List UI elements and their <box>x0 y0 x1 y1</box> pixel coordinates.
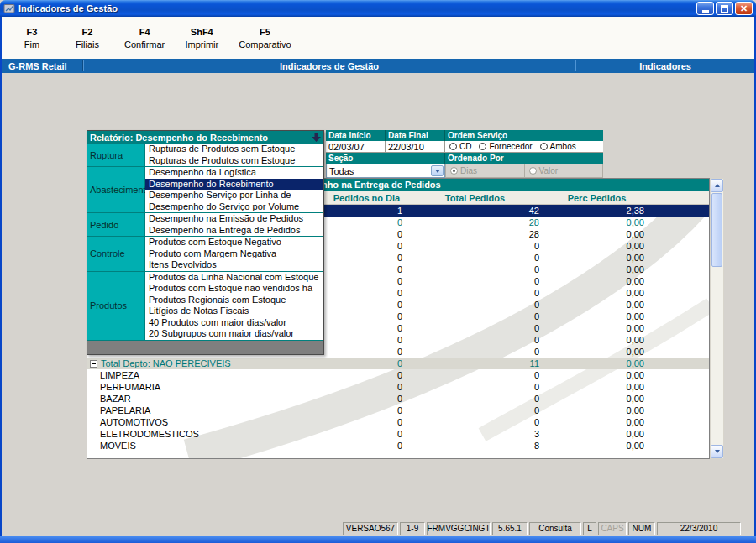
toolbar-button-f5[interactable]: F5Comparativo <box>235 24 294 52</box>
maximize-button[interactable] <box>716 2 733 15</box>
radio-valor[interactable]: Valor <box>524 164 603 177</box>
report-menu-group: ProdutosProdutos da Linha Nacional com E… <box>87 272 323 341</box>
scroll-down-button[interactable] <box>711 445 723 458</box>
row-total-pedidos: 0 <box>407 240 543 252</box>
row-name-text: MOVEIS <box>100 440 136 452</box>
data-inicio-field[interactable]: 02/03/07 <box>326 141 386 153</box>
row-pedidos-no-dia: 0 <box>327 369 407 381</box>
collapse-icon[interactable] <box>90 360 97 368</box>
column-pedidos-no-dia[interactable]: Pedidos no Dia <box>327 193 407 203</box>
report-menu-item[interactable]: Produtos Regionais com Estoque <box>145 295 323 306</box>
row-name-text: ELETRODOMESTICOS <box>100 428 199 440</box>
row-total-pedidos: 0 <box>407 252 543 264</box>
report-menu-item[interactable]: 20 Subgrupos com maior dias/valor <box>145 328 323 340</box>
app-window: Indicadores de Gestão ✕ F3FimF2FiliaisF4… <box>0 0 756 543</box>
report-menu-item[interactable]: Itens Devolvidos <box>145 259 323 271</box>
report-menu-item[interactable]: Produto com Margem Negativa <box>145 248 323 260</box>
minimize-icon <box>702 10 709 13</box>
report-menu-item[interactable]: 40 Produtos com maior dias/valor <box>145 317 323 329</box>
status-cell-num: NUM <box>628 522 655 535</box>
table-row[interactable]: BAZAR000,00 <box>87 393 709 405</box>
report-category-produtos[interactable]: Produtos <box>87 272 145 340</box>
row-pedidos-no-dia: 0 <box>327 264 407 275</box>
toolbar-button-f4[interactable]: F4Confirmar <box>121 24 168 52</box>
table-row[interactable]: PERFUMARIA000,00 <box>87 381 709 393</box>
row-pedidos-no-dia: 0 <box>327 405 407 416</box>
row-pedidos-no-dia: 1 <box>327 205 407 217</box>
scrollbar-thumb[interactable] <box>711 193 722 267</box>
taskbar-strip <box>0 536 756 543</box>
row-total-pedidos: 0 <box>407 299 543 311</box>
report-category-ruptura[interactable]: Ruptura <box>87 144 145 166</box>
window-controls: ✕ <box>696 2 753 15</box>
report-menu-item[interactable]: Desempenho do Recebimento <box>145 179 323 191</box>
radio-dias[interactable]: Dias <box>446 164 524 177</box>
table-row[interactable]: AUTOMOTIVOS000,00 <box>87 416 709 428</box>
table-row[interactable]: LIMPEZA000,00 <box>87 369 709 381</box>
vertical-scrollbar[interactable] <box>710 178 724 459</box>
arrow-down-icon <box>312 133 321 142</box>
toolbar-button-f2[interactable]: F2Filiais <box>66 24 109 52</box>
minimize-button[interactable] <box>696 2 714 15</box>
row-name-text: PAPELARIA <box>100 405 150 416</box>
report-menu-item[interactable]: Litígios de Notas Fiscais <box>145 305 323 317</box>
report-menu-item[interactable]: Produtos da Linha Nacional com Estoque <box>145 272 323 284</box>
toolbar-key: F4 <box>139 27 150 37</box>
column-total-pedidos[interactable]: Total Pedidos <box>407 193 543 203</box>
row-total-pedidos: 11 <box>407 358 543 369</box>
report-menu-item[interactable]: Produtos com Estoque Negativo <box>145 237 323 248</box>
report-selector-header[interactable]: Relatório: Desempenho do Recebimento <box>87 131 323 144</box>
table-row[interactable]: Total Depto: NAO PERECIVEIS0110,00 <box>87 358 709 369</box>
toolbar-button-shf4[interactable]: ShF4Imprimir <box>180 24 223 52</box>
report-menu-item[interactable]: Desempenho do Serviço por Volume <box>145 201 323 213</box>
banner-title: Indicadores de Gestão <box>84 61 575 71</box>
maximize-icon <box>721 5 728 13</box>
scroll-down-icon <box>715 450 720 453</box>
row-perc-pedidos: 0,00 <box>543 299 650 311</box>
close-icon: ✕ <box>740 4 748 13</box>
report-menu-item[interactable]: Rupturas de Produtos sem Estoque <box>145 144 323 155</box>
report-menu-item[interactable]: Rupturas de Produtos com Estoque <box>145 155 323 167</box>
row-perc-pedidos: 0,00 <box>543 346 650 358</box>
row-name-text: Total Depto: NAO PERECIVEIS <box>101 358 231 369</box>
row-total-pedidos: 0 <box>407 346 543 358</box>
row-total-pedidos: 0 <box>407 334 543 346</box>
status-cell-l: L <box>583 522 596 535</box>
report-menu-item[interactable]: Desempenho na Emissão de Pedidos <box>145 213 323 225</box>
row-perc-pedidos: 0,00 <box>543 240 650 252</box>
radio-cd[interactable]: CD <box>449 142 471 151</box>
report-menu-item[interactable]: Desempenho da Logística <box>145 167 323 179</box>
report-category-abastecimento[interactable]: Abastecimento <box>87 167 145 212</box>
row-pedidos-no-dia: 0 <box>327 228 407 240</box>
radio-dias-circle <box>450 167 458 175</box>
scroll-up-button[interactable] <box>711 179 723 192</box>
row-pedidos-no-dia: 0 <box>327 252 407 264</box>
close-button[interactable]: ✕ <box>735 2 753 15</box>
column-perc-pedidos[interactable]: Perc Pedidos <box>543 193 650 203</box>
radio-fornecedor[interactable]: Fornecedor <box>479 142 532 151</box>
window-title: Indicadores de Gestão <box>18 3 696 13</box>
table-row[interactable]: MOVEIS080,00 <box>87 440 709 452</box>
secao-dropdown-button[interactable] <box>431 165 444 176</box>
toolbar-key: F5 <box>260 27 270 37</box>
scroll-up-icon <box>715 184 720 187</box>
data-final-field[interactable]: 22/03/10 <box>386 141 445 153</box>
report-menu-item[interactable]: Desempenho na Entrega de Pedidos <box>145 225 323 237</box>
status-cell-consulta: Consulta <box>529 522 581 535</box>
secao-dropdown[interactable]: Todas <box>326 164 445 178</box>
table-row[interactable]: ELETRODOMESTICOS030,00 <box>87 428 709 440</box>
toolbar-label: Confirmar <box>124 39 165 50</box>
banner: G-RMS Retail Indicadores de Gestão Indic… <box>2 59 754 73</box>
report-category-controle[interactable]: Controle <box>87 237 145 271</box>
status-cell-1-9: 1-9 <box>400 522 425 535</box>
toolbar-button-f3[interactable]: F3Fim <box>10 24 54 52</box>
report-category-items: Produtos com Estoque NegativoProduto com… <box>145 237 323 271</box>
report-menu-item[interactable]: Produtos com Estoque não vendidos há <box>145 283 323 295</box>
report-menu-group: PedidoDesempenho na Emissão de PedidosDe… <box>87 213 323 237</box>
table-row[interactable]: PAPELARIA000,00 <box>87 405 709 416</box>
report-category-pedido[interactable]: Pedido <box>87 213 145 236</box>
radio-ambos[interactable]: Ambos <box>540 142 576 151</box>
row-name: BAZAR <box>87 393 327 405</box>
report-menu-item[interactable]: Desempenho Serviço por Linha de <box>145 190 323 201</box>
report-menu-group: AbastecimentoDesempenho da LogísticaDese… <box>87 167 323 213</box>
